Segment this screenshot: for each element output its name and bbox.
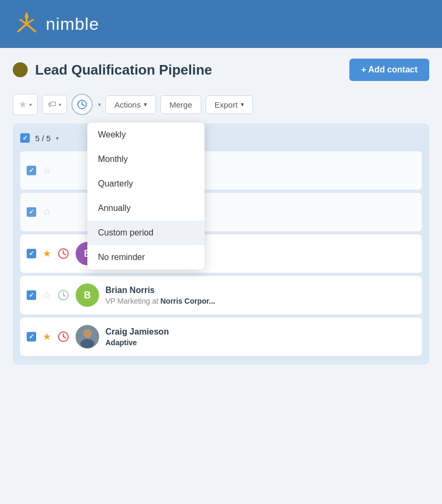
svg-point-5	[24, 14, 29, 19]
page-title: Lead Qualification Pipeline	[35, 62, 212, 78]
contact-name: Craig Jamieson	[105, 327, 415, 337]
export-label: Export	[215, 100, 238, 109]
star-icon[interactable]: ★	[43, 331, 51, 343]
avatar: B	[76, 283, 99, 307]
nimble-logo-icon	[13, 10, 40, 38]
clock-reminder-icon[interactable]	[58, 289, 69, 301]
title-row: Lead Qualification Pipeline + Add contac…	[13, 59, 429, 81]
table-row[interactable]: ★	[20, 318, 422, 356]
export-caret: ▾	[241, 101, 244, 108]
page-body: Lead Qualification Pipeline + Add contac…	[0, 48, 442, 364]
dropdown-item-weekly[interactable]: Weekly	[87, 123, 204, 147]
contact-title: VP Marketing at Norris Corpor...	[105, 297, 415, 305]
svg-line-2	[27, 24, 35, 31]
select-caret[interactable]: ▾	[56, 135, 59, 141]
contact-list: ☆ Novak Inc. ☆ ★	[20, 151, 422, 359]
svg-rect-22	[80, 339, 94, 348]
header: nimble	[0, 0, 442, 48]
svg-line-8	[82, 104, 84, 105]
svg-line-11	[63, 254, 66, 255]
star-icon[interactable]: ☆	[43, 289, 51, 301]
star-filter-button[interactable]: ★ ▾	[13, 94, 38, 115]
contact-checkbox[interactable]	[27, 249, 36, 258]
tag-caret: ▾	[59, 102, 61, 108]
contact-checkbox[interactable]	[27, 207, 36, 217]
star-icon[interactable]: ★	[43, 248, 51, 259]
pipeline-dot	[13, 62, 28, 77]
merge-button[interactable]: Merge	[160, 95, 201, 114]
svg-line-4	[27, 20, 33, 24]
contact-info: Craig Jamieson Adaptive	[105, 327, 415, 347]
svg-line-17	[63, 337, 66, 338]
clock-reminder-icon[interactable]	[58, 331, 69, 343]
select-count: 5 / 5	[35, 134, 51, 143]
svg-line-3	[20, 20, 27, 24]
select-all-checkbox[interactable]	[20, 133, 30, 143]
contact-checkbox[interactable]	[27, 166, 36, 175]
star-icon: ★	[19, 99, 27, 110]
content-area: 5 / 5 ▾ ☆ Novak Inc. ☆	[13, 124, 429, 364]
toolbar: ★ ▾ 🏷 ▾ ▾ Weekly Monthly Quarterly Annua…	[13, 94, 429, 115]
dropdown-item-monthly[interactable]: Monthly	[87, 147, 204, 172]
dropdown-item-quarterly[interactable]: Quarterly	[87, 172, 204, 196]
dropdown-item-annually[interactable]: Annually	[87, 196, 204, 221]
contact-checkbox[interactable]	[27, 332, 36, 342]
clock-filter-button[interactable]	[71, 94, 93, 115]
avatar	[76, 325, 99, 348]
select-all-row: 5 / 5 ▾	[20, 129, 422, 147]
dropdown-item-no-reminder[interactable]: No reminder	[87, 245, 204, 270]
actions-caret: ▾	[144, 101, 147, 108]
star-caret: ▾	[29, 102, 32, 108]
svg-line-14	[63, 295, 66, 296]
table-row[interactable]: ★ B Brendan Howard No Title	[20, 234, 422, 273]
table-row[interactable]: ☆ Novak Inc.	[20, 151, 422, 190]
logo: nimble	[13, 10, 99, 38]
contact-company: Adaptive	[105, 338, 415, 347]
clock-dropdown: Weekly Monthly Quarterly Annually Custom…	[87, 123, 204, 270]
star-icon[interactable]: ☆	[43, 165, 51, 176]
clock-caret-label: ▾	[98, 101, 101, 108]
contact-info: Brian Norris VP Marketing at Norris Corp…	[105, 286, 415, 305]
add-contact-button[interactable]: + Add contact	[349, 59, 429, 81]
svg-line-1	[18, 24, 27, 31]
actions-label: Actions	[114, 100, 141, 109]
logo-text: nimble	[46, 14, 99, 34]
contact-checkbox[interactable]	[27, 290, 36, 300]
star-icon[interactable]: ☆	[43, 206, 51, 218]
title-left: Lead Qualification Pipeline	[13, 62, 212, 78]
table-row[interactable]: ☆	[20, 193, 422, 231]
dropdown-item-custom[interactable]: Custom period	[87, 221, 204, 245]
tag-icon: 🏷	[48, 100, 56, 109]
clock-icon	[77, 99, 87, 110]
table-row[interactable]: ☆ B Brian Norris VP Marketing at Norris …	[20, 276, 422, 314]
svg-point-21	[83, 329, 92, 338]
clock-reminder-icon[interactable]	[58, 248, 69, 259]
tag-filter-button[interactable]: 🏷 ▾	[42, 95, 67, 114]
actions-button[interactable]: Actions ▾	[105, 95, 156, 114]
contact-name: Brian Norris	[105, 286, 415, 295]
export-button[interactable]: Export ▾	[206, 95, 253, 114]
